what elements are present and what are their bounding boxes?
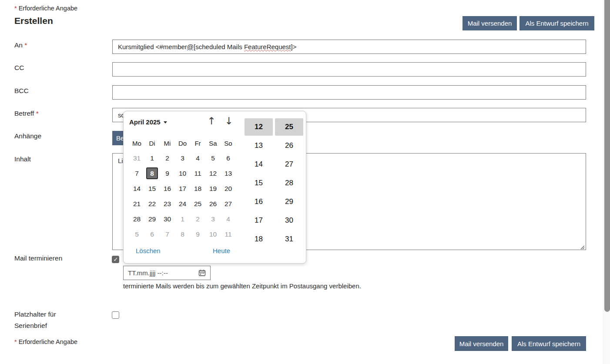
calendar-day[interactable]: 6 — [221, 150, 236, 166]
mail-terminieren-checkbox[interactable] — [112, 256, 119, 263]
calendar-day[interactable]: 22 — [144, 196, 160, 211]
calendar-day[interactable]: 2 — [160, 150, 175, 166]
hour-option[interactable]: 15 — [245, 174, 273, 192]
minute-option[interactable]: 28 — [275, 174, 303, 192]
an-value-at-bracket: @[ — [187, 43, 195, 50]
anhaenge-label: Anhänge — [14, 132, 41, 140]
calendar-day[interactable]: 7 — [129, 166, 144, 181]
an-value-part1: Kursmitglied <#member — [118, 43, 187, 50]
calendar-day[interactable]: 1 — [144, 150, 160, 166]
bcc-label: BCC — [14, 87, 29, 95]
calendar-day[interactable]: 21 — [129, 196, 144, 211]
save-draft-button-bottom[interactable]: Als Entwurf speichern — [512, 336, 586, 351]
calendar-day[interactable]: 17 — [175, 181, 190, 196]
minute-option[interactable]: 31 — [275, 230, 303, 248]
weekday-label: Fr — [190, 137, 205, 150]
cc-input[interactable] — [112, 62, 586, 77]
hour-column: 12131415161718 — [245, 118, 273, 248]
send-mail-button-top[interactable]: Mail versenden — [463, 16, 517, 30]
calendar-day[interactable]: 20 — [221, 181, 236, 196]
weekday-label: Mi — [160, 137, 175, 150]
calendar-day[interactable]: 23 — [160, 196, 175, 211]
hour-option[interactable]: 17 — [245, 212, 273, 229]
an-value-part3: scheduled Mails — [195, 43, 244, 50]
date-placeholder: TT.mm.jjjj --:-- — [128, 269, 198, 277]
calendar-grid: 3112345678910111213141516171819202122232… — [129, 150, 236, 242]
hour-option[interactable]: 18 — [245, 230, 273, 248]
calendar-day[interactable]: 18 — [190, 181, 205, 196]
calendar-day[interactable]: 13 — [221, 166, 236, 181]
calendar-day[interactable]: 8 — [144, 166, 160, 181]
calendar-day[interactable]: 5 — [129, 227, 144, 242]
calendar-day[interactable]: 9 — [190, 227, 205, 242]
page-title: Erstellen — [14, 16, 53, 26]
calendar-day[interactable]: 12 — [205, 166, 221, 181]
platzhalter-checkbox[interactable] — [112, 311, 119, 319]
hour-option[interactable]: 14 — [245, 156, 273, 173]
calendar-day[interactable]: 24 — [175, 196, 190, 211]
calendar-day[interactable]: 19 — [205, 181, 221, 196]
resize-handle-icon[interactable] — [580, 244, 585, 249]
calendar-day[interactable]: 16 — [160, 181, 175, 196]
weekday-label: Di — [144, 137, 160, 150]
hour-option[interactable]: 16 — [245, 193, 273, 210]
calendar-day[interactable]: 7 — [160, 227, 175, 242]
calendar-day[interactable]: 31 — [129, 150, 144, 166]
calendar-day[interactable]: 3 — [205, 211, 221, 227]
calendar-day[interactable]: 2 — [190, 211, 205, 227]
calendar-day[interactable]: 26 — [205, 196, 221, 211]
calendar-day[interactable]: 28 — [129, 211, 144, 227]
an-input[interactable]: Kursmitglied <#member@[scheduled Mails F… — [112, 40, 586, 54]
calendar-day[interactable]: 5 — [205, 150, 221, 166]
calendar-day[interactable]: 4 — [221, 211, 236, 227]
calendar-day[interactable]: 14 — [129, 181, 144, 196]
scrollbar-track[interactable] — [603, 0, 610, 364]
minute-option[interactable]: 30 — [275, 212, 303, 229]
an-value-part5: > — [293, 43, 297, 50]
calendar-day[interactable]: 1 — [175, 211, 190, 227]
save-draft-button-top[interactable]: Als Entwurf speichern — [520, 16, 594, 30]
month-year-dropdown[interactable]: April 2025 — [129, 118, 167, 126]
calendar-day[interactable]: 30 — [160, 211, 175, 227]
calendar-day[interactable]: 15 — [144, 181, 160, 196]
next-month-arrow-icon[interactable]: ↓ — [223, 115, 235, 127]
scrollbar-thumb[interactable] — [604, 0, 610, 312]
calendar-day[interactable]: 10 — [205, 227, 221, 242]
schedule-date-input[interactable]: TT.mm.jjjj --:-- — [123, 266, 211, 280]
mail-create-page: * Erforderliche Angabe Erstellen Mail ve… — [0, 0, 610, 364]
calendar-day[interactable]: 10 — [175, 166, 190, 181]
calendar-day[interactable]: 27 — [221, 196, 236, 211]
calendar-icon[interactable] — [198, 269, 206, 277]
datepicker-popup: April 2025 ↑ ↓ MoDiMiDoFrSaSo 3112345678… — [123, 111, 306, 264]
minute-option[interactable]: 27 — [275, 156, 303, 173]
calendar-day[interactable]: 4 — [190, 150, 205, 166]
today-link[interactable]: Heute — [213, 247, 230, 254]
required-note-text: Erforderliche Angabe — [19, 5, 77, 12]
terminieren-help-text: terminierte Mails werden bis zum gewählt… — [123, 282, 361, 290]
minute-column: 25262728293031 — [275, 118, 303, 248]
required-note-top: * Erforderliche Angabe — [14, 5, 77, 12]
hour-option[interactable]: 13 — [245, 137, 273, 154]
an-value-misspelled: FeatureRequest] — [244, 43, 293, 50]
weekday-label: Mo — [129, 137, 144, 150]
calendar-day[interactable]: 29 — [144, 211, 160, 227]
send-mail-button-bottom[interactable]: Mail versenden — [455, 336, 508, 351]
calendar-day[interactable]: 6 — [144, 227, 160, 242]
minute-option[interactable]: 26 — [275, 137, 303, 154]
betreff-label: Betreff * — [14, 109, 39, 118]
calendar-day[interactable]: 9 — [160, 166, 175, 181]
calendar-day[interactable]: 25 — [190, 196, 205, 211]
minute-option[interactable]: 25 — [275, 118, 303, 136]
an-label: An * — [14, 41, 27, 50]
hour-option[interactable]: 12 — [245, 118, 273, 136]
calendar-day[interactable]: 11 — [190, 166, 205, 181]
clear-date-link[interactable]: Löschen — [136, 247, 161, 254]
platzhalter-label: Platzhalter für Serienbrief — [14, 309, 86, 331]
calendar-day[interactable]: 11 — [221, 227, 236, 242]
calendar-day[interactable]: 3 — [175, 150, 190, 166]
chevron-down-icon — [164, 121, 167, 124]
previous-month-arrow-icon[interactable]: ↑ — [205, 115, 218, 127]
calendar-day[interactable]: 8 — [175, 227, 190, 242]
minute-option[interactable]: 29 — [275, 193, 303, 210]
bcc-input[interactable] — [112, 85, 586, 100]
